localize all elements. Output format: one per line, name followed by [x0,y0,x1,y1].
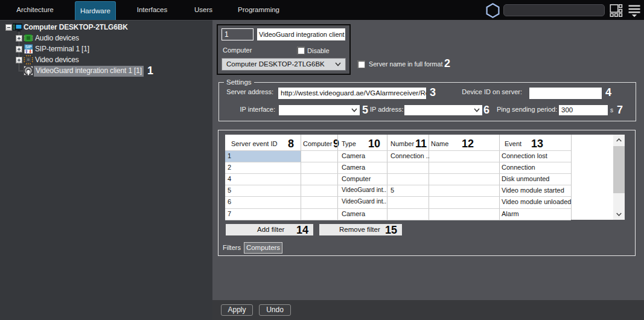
svg-text:SIP: SIP [25,45,32,49]
